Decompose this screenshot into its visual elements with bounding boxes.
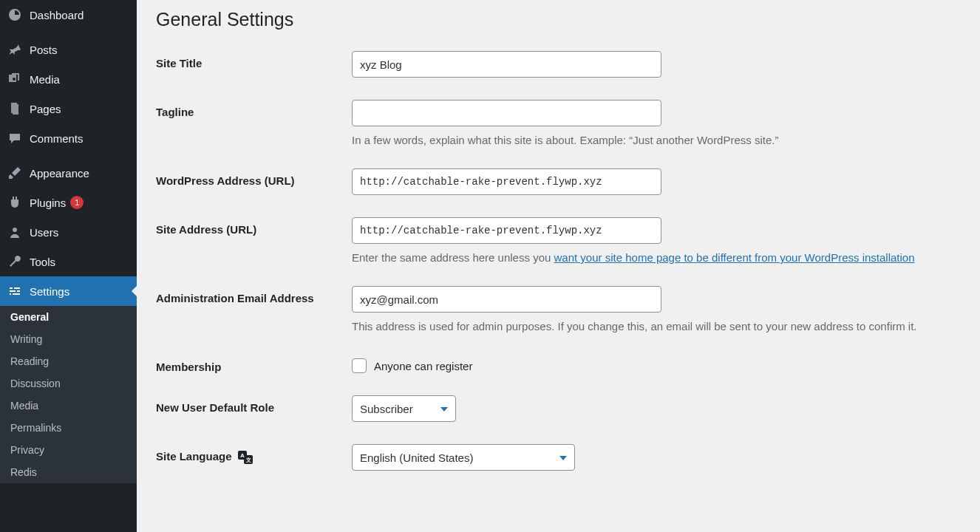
field-language: Site Language A文 English (United States)	[156, 444, 980, 471]
wp-url-input[interactable]	[352, 168, 661, 195]
update-badge: 1	[70, 196, 84, 209]
field-site-title: Site Title	[156, 51, 980, 78]
site-url-help: Enter the same address here unless you w…	[352, 251, 980, 264]
settings-form: Site Title Tagline In a few words, expla…	[156, 51, 980, 471]
plugin-icon	[7, 195, 22, 210]
svg-text:A: A	[240, 452, 245, 459]
sidebar-item-label: Users	[30, 226, 58, 239]
admin-email-input[interactable]	[352, 286, 661, 313]
brush-icon	[7, 166, 22, 180]
sidebar-item-settings[interactable]: Settings	[0, 276, 137, 306]
sidebar-item-label: Pages	[30, 103, 61, 115]
settings-submenu: General Writing Reading Discussion Media…	[0, 306, 137, 483]
field-admin-email: Administration Email Address This addres…	[156, 286, 980, 332]
field-site-url: Site Address (URL) Enter the same addres…	[156, 217, 980, 264]
site-url-label: Site Address (URL)	[156, 217, 352, 236]
site-title-input[interactable]	[352, 51, 661, 78]
field-membership: Membership Anyone can register	[156, 355, 980, 373]
comments-icon	[7, 131, 22, 146]
sidebar-item-label: Plugins	[30, 197, 66, 209]
wp-url-label: WordPress Address (URL)	[156, 168, 352, 187]
sidebar-item-label: Posts	[30, 44, 58, 56]
pages-icon	[7, 101, 22, 116]
submenu-item-permalinks[interactable]: Permalinks	[0, 417, 137, 439]
membership-checkbox-label: Anyone can register	[374, 360, 472, 372]
sidebar-item-label: Media	[30, 73, 60, 86]
sidebar-item-label: Comments	[30, 132, 84, 145]
sidebar-item-dashboard[interactable]: Dashboard	[0, 0, 137, 30]
submenu-item-redis[interactable]: Redis	[0, 461, 137, 483]
tagline-label: Tagline	[156, 100, 352, 118]
submenu-item-general[interactable]: General	[0, 306, 137, 328]
submenu-item-reading[interactable]: Reading	[0, 350, 137, 372]
wrench-icon	[7, 254, 22, 269]
sidebar-item-posts[interactable]: Posts	[0, 35, 137, 64]
site-title-label: Site Title	[156, 51, 352, 69]
sidebar-item-label: Settings	[30, 285, 69, 298]
sidebar-item-users[interactable]: Users	[0, 217, 137, 247]
main-content: General Settings Site Title Tagline In a…	[137, 0, 980, 532]
svg-point-0	[13, 78, 16, 81]
language-label: Site Language A文	[156, 444, 352, 464]
membership-checkbox[interactable]	[352, 358, 367, 373]
field-tagline: Tagline In a few words, explain what thi…	[156, 100, 980, 146]
translate-icon: A文	[238, 451, 253, 464]
sidebar-item-label: Tools	[30, 256, 55, 268]
sidebar-item-comments[interactable]: Comments	[0, 123, 137, 153]
field-default-role: New User Default Role Subscriber	[156, 395, 980, 422]
default-role-label: New User Default Role	[156, 395, 352, 414]
sidebar-item-media[interactable]: Media	[0, 64, 137, 94]
default-role-select[interactable]: Subscriber	[352, 395, 456, 422]
tagline-help: In a few words, explain what this site i…	[352, 134, 980, 146]
sidebar-item-plugins[interactable]: Plugins 1	[0, 188, 137, 217]
sliders-icon	[7, 284, 22, 299]
pin-icon	[7, 42, 22, 57]
submenu-item-media[interactable]: Media	[0, 395, 137, 417]
sidebar-item-label: Appearance	[30, 167, 89, 180]
submenu-item-privacy[interactable]: Privacy	[0, 439, 137, 461]
sidebar-item-tools[interactable]: Tools	[0, 247, 137, 276]
membership-label: Membership	[156, 355, 352, 373]
dashboard-icon	[7, 7, 22, 22]
media-icon	[7, 72, 22, 86]
tagline-input[interactable]	[352, 100, 661, 126]
field-wp-url: WordPress Address (URL)	[156, 168, 980, 195]
language-select[interactable]: English (United States)	[352, 444, 575, 471]
site-url-input[interactable]	[352, 217, 661, 244]
page-title: General Settings	[156, 9, 980, 30]
sidebar-item-label: Dashboard	[30, 9, 84, 21]
admin-email-help: This address is used for admin purposes.…	[352, 320, 980, 332]
sidebar-item-pages[interactable]: Pages	[0, 94, 137, 123]
submenu-item-discussion[interactable]: Discussion	[0, 372, 137, 395]
submenu-item-writing[interactable]: Writing	[0, 328, 137, 350]
site-url-help-link[interactable]: want your site home page to be different…	[554, 251, 915, 264]
users-icon	[7, 225, 22, 239]
svg-point-1	[13, 228, 17, 232]
admin-sidebar: Dashboard Posts Media Pages Comments App…	[0, 0, 137, 532]
sidebar-item-appearance[interactable]: Appearance	[0, 158, 137, 188]
admin-email-label: Administration Email Address	[156, 286, 352, 304]
svg-text:文: 文	[245, 457, 251, 463]
